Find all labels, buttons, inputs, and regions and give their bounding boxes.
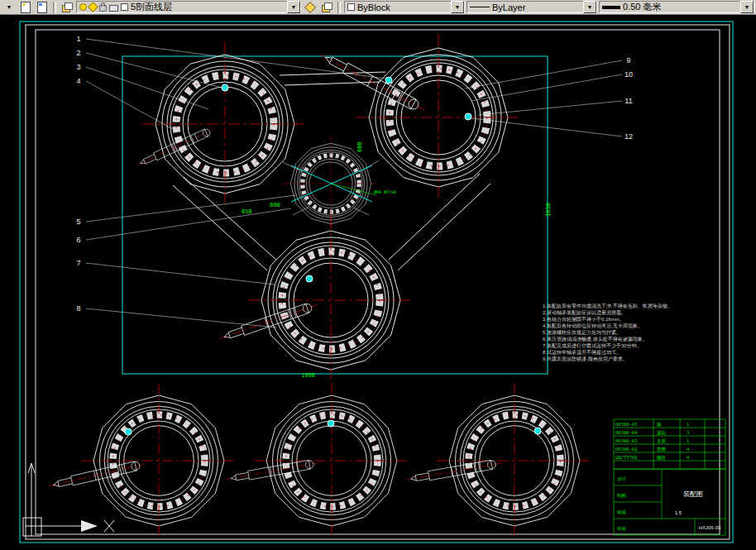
layers-stack-icon (62, 2, 72, 12)
drawing-scale: 1:5 (675, 510, 682, 515)
layer-states-button[interactable] (35, 0, 50, 14)
leader-lines[interactable] (86, 39, 622, 328)
color-combo[interactable]: ByBlock ▼ (344, 1, 465, 13)
drawing-title: 装配图 (683, 490, 703, 498)
lineweight-combo[interactable]: 0.50 毫米 ▼ (599, 1, 754, 13)
layer-combo-dropdown-arrow[interactable]: ▼ (287, 1, 300, 13)
note-line: 4.装配后各转动部位应转动灵活,无卡滞现象。 (543, 323, 715, 329)
linetype-combo-dropdown-arrow[interactable]: ▼ (583, 1, 596, 13)
parts-list-table[interactable]: HXJ06-05 轴 1 HXJ06-04 滚轮 3 HXJ06-03 支架 1… (614, 419, 725, 469)
layer-lock-icon[interactable] (99, 5, 107, 12)
dim-650[interactable]: 650 (242, 208, 252, 215)
note-line: 2.滚动轴承装配前应涂以适量润滑脂。 (543, 309, 715, 316)
title-label: 校核 (616, 509, 627, 514)
layer-combo[interactable]: 5剖面线层 ▼ (76, 1, 301, 13)
callout-4[interactable]: 4 (76, 77, 80, 85)
layer-color-chip (121, 3, 128, 11)
callout-10[interactable]: 10 (624, 70, 633, 79)
assembly-row2-right[interactable] (405, 383, 592, 538)
assembly-bottom-center[interactable] (218, 218, 414, 383)
layers-back-icon (322, 2, 332, 12)
layer-manager-button[interactable] (60, 0, 74, 14)
dimension-labels[interactable]: 650 890 600 1990 1650 Ø60 H7/k6 (242, 141, 552, 379)
layer-freeze-sun-icon[interactable] (88, 2, 98, 12)
dim-890[interactable]: 890 (270, 202, 280, 208)
part-name: 支架 (657, 438, 667, 444)
note-line: 1.装配前所有零件均需清洗干净,不得有毛刺、铁屑等杂物。 (543, 303, 715, 309)
sheet-icon (21, 2, 31, 13)
part-name: 螺栓 (657, 455, 667, 461)
part-qty: 4 (687, 455, 690, 460)
note-line: 6.液压管路须清洁畅通,接头处不得有渗漏现象。 (543, 336, 715, 342)
part-qty: 3 (687, 430, 689, 435)
title-label: 设计 (617, 476, 627, 481)
note-line: 7.装配完成后进行空载试运转不少于30分钟。 (543, 342, 715, 349)
callout-5[interactable]: 5 (76, 218, 80, 226)
part-code: GB/T5782 (615, 455, 638, 460)
toolbar-separator (53, 2, 56, 13)
make-layer-current-button[interactable] (303, 0, 318, 14)
callout-3[interactable]: 3 (76, 63, 80, 71)
layer-plot-printer-icon[interactable] (109, 5, 118, 12)
title-block[interactable]: 设计 制图 校核 审核 装配图 HXJ06-00 1:5 (614, 469, 725, 535)
layer-on-bulb-icon[interactable] (79, 3, 87, 11)
sheet-blue-icon (37, 2, 47, 13)
dim-1650[interactable]: 1650 (545, 203, 552, 217)
color-combo-dropdown-arrow[interactable]: ▼ (451, 1, 464, 13)
color-swatch (347, 3, 355, 11)
callout-2[interactable]: 2 (76, 49, 80, 57)
lineweight-sample-icon (602, 6, 620, 9)
toolbar-overflow-arrow[interactable]: ▼ (2, 0, 17, 14)
technical-notes: 1.装配前所有零件均需清洗干净,不得有毛刺、铁屑等杂物。 2.滚动轴承装配前应涂… (543, 303, 715, 362)
callout-6[interactable]: 6 (76, 236, 80, 244)
layer-combo-value: 5剖面线层 (131, 1, 285, 13)
object-properties-toolbar: ▼ 5剖面线层 ▼ ByBlock ▼ ByLayer ▼ 0.50 毫米 ▼ (0, 0, 756, 15)
part-qty: 1 (687, 422, 689, 427)
callout-7[interactable]: 7 (76, 259, 80, 267)
part-qty: 1 (687, 438, 689, 443)
title-label: 制图 (617, 493, 626, 499)
assembly-row2-center[interactable] (226, 383, 409, 538)
dim-1990[interactable]: 1990 (301, 372, 315, 379)
toolbar-separator (337, 2, 341, 13)
callout-9[interactable]: 9 (626, 56, 630, 65)
note-line: 3.各啮合齿轮侧隙不得小于0.16mm。 (543, 316, 715, 323)
cad-drawing-canvas[interactable]: .w{stroke:#e8e8e8;stroke-width:1;fill:no… (0, 15, 756, 550)
color-combo-value: ByBlock (357, 2, 448, 12)
callout-11[interactable]: 11 (624, 97, 632, 105)
linetype-combo-value: ByLayer (492, 2, 581, 12)
central-hub[interactable] (283, 136, 379, 232)
linetype-sample-icon (470, 7, 490, 7)
assembly-row2-left[interactable] (47, 383, 237, 538)
layer-properties-button[interactable] (18, 0, 33, 14)
dim-600[interactable]: 600 (356, 141, 363, 152)
callout-1[interactable]: 1 (76, 35, 80, 43)
part-name: 滚轮 (657, 430, 667, 436)
part-qty: 4 (687, 447, 690, 452)
drawing-number: HXJ06-00 (699, 525, 721, 530)
layer-previous-button[interactable] (319, 0, 334, 14)
title-label: 审核 (617, 526, 627, 531)
note-line: 5.连接螺栓应按规定力矩均匀拧紧。 (543, 329, 715, 336)
part-code: HXJ06-05 (615, 422, 638, 427)
assembly-top-right[interactable] (318, 35, 521, 200)
callout-8[interactable]: 8 (76, 304, 80, 313)
part-name: 垫圈 (657, 447, 666, 452)
part-code: HXJ06-04 (615, 430, 638, 435)
diamond-icon (304, 1, 316, 12)
part-code: HXJ06-03 (615, 438, 638, 443)
lineweight-combo-dropdown-arrow[interactable]: ▼ (740, 1, 754, 13)
note-line: 8.试运转中轴承温升不得超过35℃。 (543, 349, 715, 356)
lineweight-combo-value: 0.50 毫米 (623, 1, 738, 13)
linetype-combo[interactable]: ByLayer ▼ (467, 1, 597, 13)
callout-12[interactable]: 12 (624, 132, 633, 141)
part-code: HXJ06-02 (615, 447, 638, 452)
part-name: 轴 (657, 422, 662, 428)
dim-fit[interactable]: Ø60 H7/k6 (374, 189, 396, 194)
assembly-top-left[interactable] (135, 41, 308, 207)
machine-body-outline[interactable] (173, 72, 490, 270)
note-line: 9.外露表面涂防锈漆,颜色按用户要求。 (543, 356, 715, 362)
